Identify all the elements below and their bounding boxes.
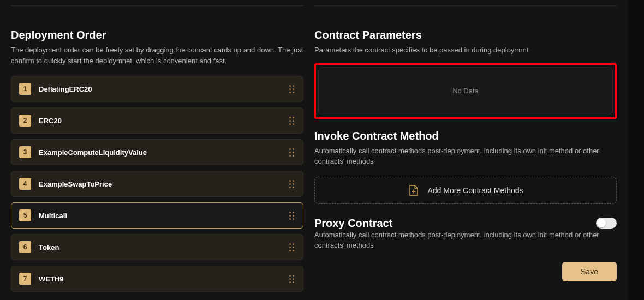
order-number-badge: 1 — [19, 83, 31, 95]
deployment-order-item[interactable]: 3ExampleComputeLiquidityValue — [11, 139, 303, 165]
contract-params-desc: Parameters the contract specifies to be … — [314, 45, 617, 56]
add-contract-method-label: Add More Contract Methods — [427, 186, 523, 195]
order-item-name: Multicall — [39, 212, 288, 220]
order-number-badge: 5 — [19, 209, 31, 221]
drag-handle-icon[interactable] — [288, 145, 295, 160]
contract-params-empty-box: No Data — [318, 67, 613, 115]
deployment-order-panel: Deployment Order The deployment order ca… — [0, 0, 303, 300]
deployment-order-item[interactable]: 4ExampleSwapToPrice — [11, 171, 303, 197]
drag-handle-icon[interactable] — [288, 113, 295, 128]
contract-params-title: Contract Parameters — [314, 29, 617, 41]
order-number-badge: 2 — [19, 115, 31, 127]
file-plus-icon — [408, 184, 420, 196]
order-item-name: Token — [39, 243, 288, 251]
order-item-name: DeflatingERC20 — [39, 85, 288, 93]
drag-handle-icon[interactable] — [288, 82, 295, 97]
deployment-order-item[interactable]: 1DeflatingERC20 — [11, 76, 303, 102]
order-number-badge: 4 — [19, 178, 31, 190]
deployment-order-item[interactable]: 2ERC20 — [11, 107, 303, 134]
save-button[interactable]: Save — [562, 262, 617, 281]
drag-handle-icon[interactable] — [288, 208, 295, 223]
deployment-order-desc: The deployment order can be freely set b… — [11, 45, 303, 66]
drag-handle-icon[interactable] — [288, 177, 295, 191]
toggle-knob — [597, 219, 606, 227]
deployment-order-title: Deployment Order — [11, 29, 303, 41]
order-item-name: WETH9 — [39, 275, 288, 283]
add-contract-method-button[interactable]: Add More Contract Methods — [314, 177, 617, 204]
order-item-name: ExampleSwapToPrice — [39, 180, 288, 188]
order-number-badge: 7 — [19, 273, 31, 285]
divider — [11, 5, 303, 6]
proxy-contract-toggle[interactable] — [596, 218, 617, 229]
right-panel: Contract Parameters Parameters the contr… — [303, 0, 628, 300]
deployment-order-item[interactable]: 7WETH9 — [11, 266, 303, 292]
order-number-badge: 3 — [19, 146, 31, 158]
divider — [314, 5, 617, 6]
contract-params-highlight: No Data — [314, 63, 617, 119]
drag-handle-icon[interactable] — [288, 240, 295, 255]
deployment-order-item[interactable]: 6Token — [11, 234, 303, 260]
order-item-name: ExampleComputeLiquidityValue — [39, 148, 288, 157]
proxy-contract-title: Proxy Contract — [314, 217, 392, 230]
drag-handle-icon[interactable] — [288, 272, 295, 286]
proxy-desc: Automatically call contract methods post… — [314, 230, 617, 251]
invoke-title: Invoke Contract Method — [314, 130, 617, 142]
invoke-desc: Automatically call contract methods post… — [314, 146, 617, 167]
no-data-label: No Data — [452, 87, 479, 95]
deployment-order-item[interactable]: 5Multicall — [11, 202, 303, 229]
order-number-badge: 6 — [19, 241, 31, 253]
deployment-order-list: 1DeflatingERC202ERC203ExampleComputeLiqu… — [11, 76, 303, 292]
order-item-name: ERC20 — [39, 117, 288, 125]
